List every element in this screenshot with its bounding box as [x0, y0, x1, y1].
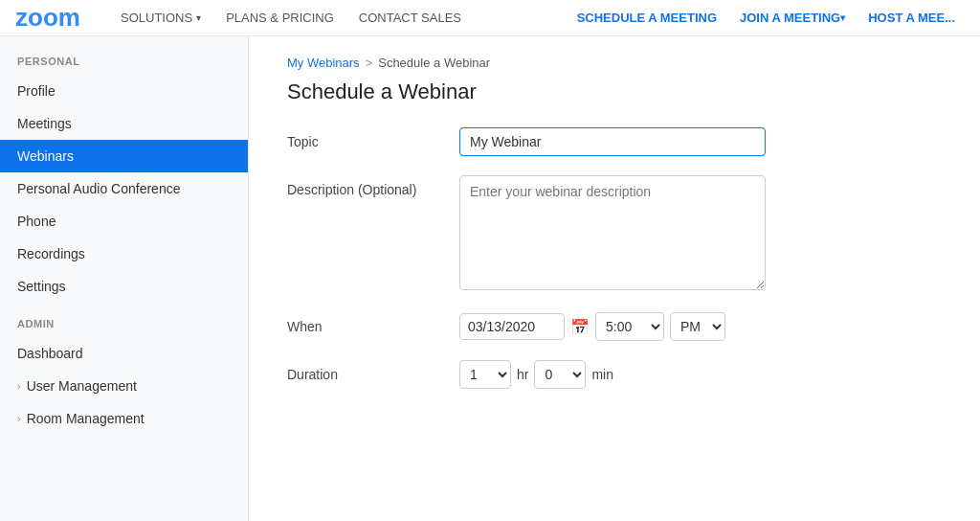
ampm-select[interactable]: AM PM [670, 312, 725, 341]
chevron-down-icon: ▾ [196, 12, 201, 23]
sidebar-item-user-management[interactable]: › User Management [0, 370, 248, 402]
nav-plans[interactable]: PLANS & PRICING [216, 0, 344, 36]
when-label: When [287, 312, 459, 334]
join-meeting-btn[interactable]: JOIN A MEETING [730, 0, 855, 36]
duration-label: Duration [287, 360, 459, 382]
duration-controls: 0 1 2 3 4 hr 0 15 30 45 min [459, 360, 613, 389]
sidebar-item-settings[interactable]: Settings [0, 270, 248, 303]
page-layout: PERSONAL Profile Meetings Webinars Perso… [0, 36, 980, 521]
sidebar-item-personal-audio[interactable]: Personal Audio Conference [0, 172, 248, 205]
min-label: min [591, 367, 613, 382]
nav-solutions[interactable]: SOLUTIONS▾ [111, 0, 211, 36]
main-nav: SOLUTIONS▾ PLANS & PRICING CONTACT SALES [111, 0, 568, 36]
date-input[interactable] [459, 313, 565, 340]
main-content: My Webinars > Schedule a Webinar Schedul… [249, 36, 980, 521]
duration-hr-select[interactable]: 0 1 2 3 4 [459, 360, 511, 389]
time-select[interactable]: 5:00 5:30 6:00 6:30 7:00 [595, 312, 664, 341]
sidebar-item-dashboard[interactable]: Dashboard [0, 337, 248, 370]
sidebar-item-meetings[interactable]: Meetings [0, 107, 248, 140]
description-label: Description (Optional) [287, 175, 459, 197]
topic-row: Topic [287, 127, 942, 156]
breadcrumb: My Webinars > Schedule a Webinar [287, 56, 942, 70]
sidebar-item-phone[interactable]: Phone [0, 205, 248, 238]
sidebar: PERSONAL Profile Meetings Webinars Perso… [0, 36, 249, 521]
topic-field-wrapper [459, 127, 766, 156]
host-meeting-btn[interactable]: HOST A MEE... [858, 0, 965, 36]
page-title: Schedule a Webinar [287, 79, 942, 104]
breadcrumb-current: Schedule a Webinar [378, 56, 490, 70]
description-textarea[interactable] [459, 175, 766, 290]
chevron-right-icon: › [17, 380, 21, 392]
breadcrumb-parent[interactable]: My Webinars [287, 56, 360, 70]
sidebar-item-recordings[interactable]: Recordings [0, 238, 248, 270]
hr-label: hr [517, 367, 528, 382]
header-right-nav: SCHEDULE A MEETING JOIN A MEETING HOST A… [568, 0, 965, 36]
nav-contact-sales[interactable]: CONTACT SALES [349, 0, 471, 36]
header: zoom SOLUTIONS▾ PLANS & PRICING CONTACT … [0, 0, 980, 36]
duration-min-select[interactable]: 0 15 30 45 [534, 360, 586, 389]
svg-text:zoom: zoom [15, 7, 80, 30]
description-field-wrapper [459, 175, 766, 293]
duration-row: Duration 0 1 2 3 4 hr 0 15 30 45 min [287, 360, 942, 389]
when-controls: 📅 5:00 5:30 6:00 6:30 7:00 AM PM [459, 312, 725, 341]
chevron-right-icon: › [17, 413, 21, 424]
when-row: When 📅 5:00 5:30 6:00 6:30 7:00 AM PM [287, 312, 942, 341]
breadcrumb-separator: > [366, 56, 373, 70]
personal-section-label: PERSONAL [0, 56, 248, 75]
topic-label: Topic [287, 127, 459, 149]
sidebar-item-webinars[interactable]: Webinars [0, 140, 248, 172]
description-row: Description (Optional) [287, 175, 942, 293]
topic-input[interactable] [459, 127, 766, 156]
calendar-icon[interactable]: 📅 [570, 318, 590, 336]
schedule-meeting-btn[interactable]: SCHEDULE A MEETING [568, 0, 726, 36]
sidebar-item-room-management[interactable]: › Room Management [0, 402, 248, 435]
admin-section-label: ADMIN [0, 318, 248, 337]
sidebar-item-profile[interactable]: Profile [0, 75, 248, 107]
logo[interactable]: zoom [15, 7, 84, 30]
